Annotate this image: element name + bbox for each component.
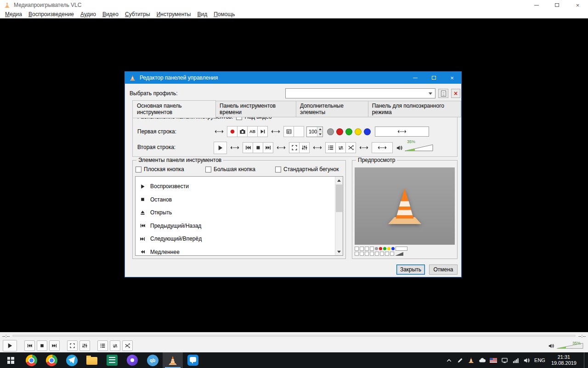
- menu-help[interactable]: Помощь: [210, 11, 238, 18]
- dialog-minimize-button[interactable]: [406, 72, 424, 84]
- menu-playback[interactable]: Воспроизведение: [25, 11, 77, 18]
- tab-main-toolbar[interactable]: Основная панель инструментов: [132, 100, 216, 118]
- next-button[interactable]: [49, 340, 60, 351]
- play-button[interactable]: [3, 340, 17, 351]
- taskbar-chrome-1[interactable]: [21, 352, 41, 368]
- tray-language[interactable]: ENG: [534, 357, 545, 363]
- spacer-widget[interactable]: [270, 128, 281, 135]
- start-button[interactable]: [0, 352, 21, 368]
- teletext-button-gray[interactable]: [327, 128, 334, 135]
- snapshot-widget[interactable]: [237, 126, 248, 137]
- spacer-widget[interactable]: [358, 144, 369, 151]
- spacer-widget[interactable]: [276, 144, 287, 151]
- tray-monitor-icon[interactable]: [501, 357, 508, 364]
- expanding-spacer-widget[interactable]: [372, 142, 393, 153]
- list-item-previous[interactable]: Предыдущий/Назад: [136, 219, 334, 233]
- list-item-open[interactable]: Открыть: [136, 206, 334, 219]
- fullscreen-button[interactable]: [67, 340, 78, 351]
- scrollbar-thumb[interactable]: [336, 184, 342, 212]
- delete-profile-button[interactable]: ×: [451, 89, 460, 98]
- spacer-widget[interactable]: [229, 144, 240, 151]
- playlist-button[interactable]: [97, 340, 108, 351]
- scroll-up-button[interactable]: [335, 177, 343, 184]
- taskbar-telegram[interactable]: [62, 352, 82, 368]
- stop-button[interactable]: [37, 340, 47, 351]
- list-item-slower[interactable]: Медленнее: [136, 246, 334, 255]
- random-widget[interactable]: [345, 142, 356, 153]
- big-button-checkbox[interactable]: [205, 167, 211, 172]
- flat-button-checkbox[interactable]: [136, 167, 141, 172]
- taskbar-explorer[interactable]: [82, 352, 102, 368]
- tray-pen-icon[interactable]: [457, 357, 464, 364]
- menu-view[interactable]: Вид: [194, 11, 210, 18]
- teletext-button-blue[interactable]: [364, 128, 371, 135]
- fullscreen-widget[interactable]: [289, 142, 300, 153]
- profile-dropdown[interactable]: [285, 88, 435, 98]
- list-item-play[interactable]: Воспроизвести: [136, 180, 334, 193]
- speaker-icon[interactable]: [548, 343, 554, 349]
- cancel-button[interactable]: Отмена: [429, 264, 458, 275]
- taskbar-vlc[interactable]: [163, 352, 183, 368]
- spacer-widget[interactable]: [214, 128, 225, 135]
- tray-flag-icon[interactable]: [490, 358, 497, 363]
- tray-cloud-icon[interactable]: [479, 357, 486, 364]
- maximize-button[interactable]: [547, 0, 567, 10]
- menu-video[interactable]: Видео: [99, 11, 122, 18]
- native-slider-checkbox[interactable]: [275, 167, 281, 172]
- taskbar-qbittorrent[interactable]: qb: [142, 352, 163, 368]
- frame-by-frame-widget[interactable]: [257, 126, 268, 137]
- play-widget[interactable]: [214, 142, 227, 154]
- menu-media[interactable]: Медиа: [2, 11, 25, 18]
- tab-advanced-widgets[interactable]: Дополнительные элементы: [296, 101, 368, 117]
- list-scrollbar[interactable]: [335, 177, 343, 255]
- list-item-next[interactable]: Следующий/Вперёд: [136, 232, 334, 246]
- previous-button[interactable]: [24, 340, 35, 351]
- teletext-button-yellow[interactable]: [355, 128, 362, 135]
- spin-down-button[interactable]: [317, 132, 322, 137]
- taskbar-chat-app[interactable]: [183, 352, 203, 368]
- close-button[interactable]: ×: [567, 0, 588, 10]
- extended-settings-button[interactable]: [79, 340, 90, 351]
- tray-expand-chevron-icon[interactable]: [446, 357, 452, 364]
- next-widget[interactable]: [263, 142, 273, 153]
- random-button[interactable]: [122, 340, 133, 351]
- scroll-down-button[interactable]: [335, 248, 343, 255]
- tab-time-toolbar[interactable]: Панель инструментов времени: [216, 101, 296, 117]
- stop-widget[interactable]: [253, 142, 263, 153]
- tab-fullscreen-controller[interactable]: Панель для полноэкранного режима: [368, 101, 461, 117]
- playlist-widget[interactable]: [325, 142, 336, 153]
- tray-vlc-icon[interactable]: [468, 357, 475, 363]
- taskbar-app-purple[interactable]: [122, 352, 142, 368]
- previous-widget[interactable]: [243, 142, 253, 153]
- loop-widget[interactable]: [335, 142, 346, 153]
- tray-volume-icon[interactable]: [523, 357, 530, 364]
- save-profile-button[interactable]: [438, 89, 448, 98]
- show-desktop-button[interactable]: [584, 352, 586, 368]
- teletext-button-red[interactable]: [336, 128, 343, 135]
- loop-button[interactable]: [110, 340, 120, 351]
- blank-widget[interactable]: [294, 126, 304, 137]
- taskbar-chrome-2[interactable]: [41, 352, 62, 368]
- menu-subtitles[interactable]: Субтитры: [122, 11, 153, 18]
- speed-spinbox[interactable]: 100: [306, 126, 323, 137]
- dialog-titlebar[interactable]: Редактор панелей управления ×: [125, 72, 461, 84]
- volume-widget[interactable]: 35%: [396, 144, 433, 151]
- close-dialog-button[interactable]: Закрыть: [396, 264, 425, 275]
- tray-network-icon[interactable]: [512, 357, 519, 364]
- taskbar-app-green[interactable]: [102, 352, 122, 368]
- playlist-table-widget[interactable]: [283, 126, 294, 137]
- menu-tools[interactable]: Инструменты: [153, 11, 194, 18]
- dialog-maximize-button[interactable]: [424, 72, 443, 84]
- ab-loop-widget[interactable]: AB: [247, 126, 258, 137]
- record-widget[interactable]: [227, 126, 237, 137]
- spin-up-button[interactable]: [317, 127, 322, 132]
- teletext-button-green[interactable]: [345, 128, 352, 135]
- spacer-widget[interactable]: [312, 144, 323, 151]
- menu-audio[interactable]: Аудио: [77, 11, 99, 18]
- main-titlebar[interactable]: Медиапроигрыватель VLC ×: [0, 0, 588, 10]
- list-item-stop[interactable]: Останов: [136, 193, 334, 207]
- minimize-button[interactable]: [526, 0, 547, 10]
- time-slider-placeholder[interactable]: [375, 126, 429, 137]
- equalizer-widget[interactable]: [299, 142, 310, 153]
- tray-clock[interactable]: 21:31 19.08.2019: [549, 354, 578, 366]
